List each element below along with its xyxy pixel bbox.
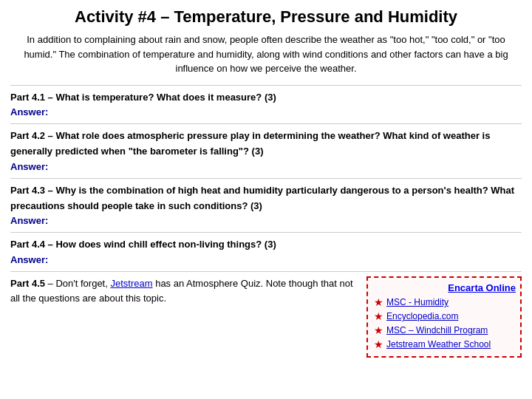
part-4-2-answer: Answer: — [10, 161, 522, 172]
divider-1 — [10, 85, 522, 86]
part-4-5-label: Part 4.5 — [10, 278, 45, 289]
look-into-it-link-1[interactable]: Encyclopedia.com — [386, 311, 458, 321]
look-into-it-link-item: ★MSC - Humidity — [374, 296, 516, 308]
look-into-it-link-item: ★Jetstream Weather School — [374, 338, 516, 350]
part-4-4-answer: Answer: — [10, 254, 522, 265]
look-into-it-link-item: ★MSC – Windchill Program — [374, 324, 516, 336]
part-4-1-answer: Answer: — [10, 106, 522, 117]
encarta-online-link[interactable]: Encarta Online — [448, 282, 516, 293]
jetstream-link[interactable]: Jetstream — [110, 278, 152, 289]
look-into-it-link-3[interactable]: Jetstream Weather School — [386, 339, 491, 349]
look-into-it-box: Encarta Online ★MSC - Humidity★Encyclope… — [366, 276, 522, 358]
part-4-1-label: Part 4.1 – What is temperature? What doe… — [10, 90, 522, 106]
divider-4 — [10, 232, 522, 233]
look-into-it-link-0[interactable]: MSC - Humidity — [386, 297, 449, 307]
part-4-3-section: Part 4.3 – Why is the combination of hig… — [10, 183, 522, 227]
part-4-2-section: Part 4.2 – What role does atmospheric pr… — [10, 129, 522, 172]
divider-5 — [10, 271, 522, 272]
intro-paragraph: In addition to complaining about rain an… — [10, 33, 522, 76]
part-4-2-label: Part 4.2 – What role does atmospheric pr… — [10, 129, 522, 160]
look-into-it-link-item: ★Encyclopedia.com — [374, 310, 516, 322]
look-into-it-links: ★MSC - Humidity★Encyclopedia.com★MSC – W… — [374, 296, 516, 350]
star-icon: ★ — [374, 324, 383, 336]
star-icon: ★ — [374, 310, 383, 322]
star-icon: ★ — [374, 296, 383, 308]
divider-3 — [10, 178, 522, 179]
look-into-it-link-2[interactable]: MSC – Windchill Program — [386, 325, 488, 335]
part-4-3-answer: Answer: — [10, 215, 522, 226]
part-4-3-label: Part 4.3 – Why is the combination of hig… — [10, 183, 522, 214]
part-4-5-text: Part 4.5 – Don't forget, Jetstream has a… — [10, 276, 366, 305]
part-4-1-section: Part 4.1 – What is temperature? What doe… — [10, 90, 522, 118]
part-4-4-section: Part 4.4 – How does wind chill effect no… — [10, 237, 522, 265]
encarta-online-title: Encarta Online — [374, 282, 516, 293]
page-title: Activity #4 – Temperature, Pressure and … — [10, 7, 522, 27]
star-icon: ★ — [374, 338, 383, 350]
divider-2 — [10, 123, 522, 124]
bottom-area: Part 4.5 – Don't forget, Jetstream has a… — [10, 276, 522, 358]
part-4-4-label: Part 4.4 – How does wind chill effect no… — [10, 237, 522, 253]
